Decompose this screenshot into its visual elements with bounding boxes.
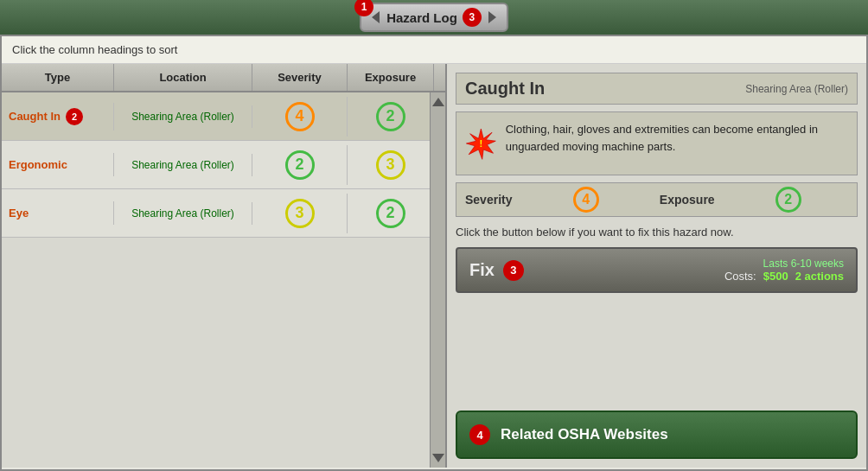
content-split: Type Location Severity Exposure Caught I…	[2, 64, 866, 468]
td-type-2: Eye	[2, 201, 114, 225]
td-exposure-0: 2	[348, 97, 434, 137]
hazard-description: Clothing, hair, gloves and extremities c…	[506, 121, 848, 155]
costs-row: Costs: $500 2 actions	[724, 270, 844, 283]
cost-value: $500	[763, 270, 788, 283]
td-severity-1: 2	[252, 145, 348, 185]
row-type-label-1: Ergonomic	[9, 158, 67, 171]
hazard-log-label: Hazard Log	[386, 10, 457, 25]
table-row[interactable]: Ergonomic Shearing Area (Roller) 2 3	[2, 141, 445, 189]
click-hint: Click the button below if you want to fi…	[456, 224, 858, 240]
exposure-circle-2: 2	[376, 199, 405, 228]
arrow-right-icon	[488, 11, 496, 23]
lasts-text: Lasts 6-10 weeks	[724, 258, 844, 270]
osha-button[interactable]: 4 Related OSHA Websites	[456, 411, 858, 459]
costs-label: Costs:	[724, 270, 756, 283]
td-severity-2: 3	[252, 194, 348, 233]
th-severity[interactable]: Severity	[252, 64, 348, 91]
osha-label: Related OSHA Websites	[501, 426, 668, 443]
table-body: Caught In 2 Shearing Area (Roller) 4 2 E…	[2, 92, 445, 468]
main-container: Click the column headings to sort Type L…	[0, 35, 868, 471]
exposure-circle-1: 3	[376, 150, 405, 180]
severity-circle-2: 3	[285, 199, 315, 228]
fix-left: Fix 3	[469, 260, 524, 281]
hazard-starburst-icon: !	[465, 121, 497, 166]
detail-exposure-circle: 2	[775, 187, 801, 213]
arrow-left-icon	[372, 11, 380, 23]
row-type-label-2: Eye	[9, 207, 29, 220]
table-row[interactable]: Caught In 2 Shearing Area (Roller) 4 2	[2, 92, 445, 141]
td-type-1: Ergonomic	[2, 153, 114, 176]
severity-circle-1: 2	[285, 150, 315, 180]
right-panel: Caught In Shearing Area (Roller) ! Cloth…	[447, 64, 866, 468]
top-badge: 1	[354, 0, 373, 16]
td-exposure-1: 3	[348, 145, 434, 185]
td-location-0: Shearing Area (Roller)	[114, 105, 252, 128]
table-header: Type Location Severity Exposure	[2, 64, 445, 92]
sort-hint: Click the column headings to sort	[2, 36, 866, 64]
th-exposure[interactable]: Exposure	[348, 64, 434, 91]
td-location-2: Shearing Area (Roller)	[114, 202, 252, 225]
hazard-title: Caught In	[465, 79, 545, 99]
hazard-location: Shearing Area (Roller)	[745, 83, 848, 95]
exposure-label: Exposure	[660, 193, 715, 207]
scroll-down-arrow[interactable]	[432, 454, 444, 462]
row-type-label-0: Caught In	[9, 110, 61, 123]
severity-circle-0: 4	[285, 102, 315, 131]
hazard-header: Caught In Shearing Area (Roller)	[456, 73, 858, 105]
exposure-circle-0: 2	[376, 102, 405, 131]
severity-label: Severity	[465, 193, 512, 207]
fix-button[interactable]: Fix 3 Lasts 6-10 weeks Costs: $500 2 act…	[456, 247, 858, 293]
th-location[interactable]: Location	[114, 64, 252, 91]
scroll-arrows	[430, 92, 445, 468]
table-row[interactable]: Eye Shearing Area (Roller) 3 2	[2, 189, 445, 238]
actions-value: 2 actions	[795, 270, 844, 283]
hazard-body: ! Clothing, hair, gloves and extremities…	[456, 111, 858, 175]
spacer	[456, 300, 858, 404]
td-type-0: Caught In 2	[2, 103, 114, 130]
left-panel: Type Location Severity Exposure Caught I…	[2, 64, 447, 468]
svg-text:!: !	[479, 138, 482, 149]
detail-severity-circle: 4	[573, 187, 599, 213]
row-badge-0: 2	[66, 108, 83, 125]
td-location-1: Shearing Area (Roller)	[114, 154, 252, 176]
sev-exp-row: Severity 4 Exposure 2	[456, 182, 858, 217]
fix-right: Lasts 6-10 weeks Costs: $500 2 actions	[724, 258, 844, 283]
hazard-count-badge: 3	[463, 8, 482, 27]
fix-label: Fix	[469, 260, 495, 280]
th-type[interactable]: Type	[2, 64, 114, 91]
td-exposure-2: 2	[348, 194, 434, 233]
hazard-log-button[interactable]: 1 Hazard Log 3	[360, 3, 508, 32]
scroll-up-arrow[interactable]	[432, 98, 444, 106]
top-bar: 1 Hazard Log 3	[0, 0, 868, 35]
td-severity-0: 4	[252, 97, 348, 137]
fix-badge: 3	[503, 260, 524, 281]
osha-badge: 4	[469, 424, 490, 445]
